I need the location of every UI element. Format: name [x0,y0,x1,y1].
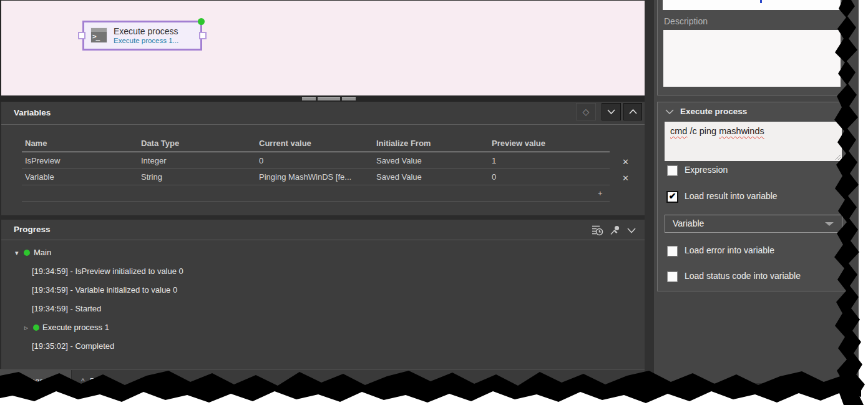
progress-log-tree: ▾ Main [19:34:59] - IsPreview initialize… [1,243,645,356]
name-input[interactable] [663,0,841,10]
description-label: Description [664,16,708,26]
command-textarea[interactable]: cmd /c ping mashwinds [665,122,842,161]
tree-group-main[interactable]: ▾ Main [1,243,645,262]
cell-initialize-from: Saved Value [376,168,422,185]
variables-panel: Variables ◇ Name Data Type Current value… [0,102,645,215]
progress-panel-title: Progress [14,225,51,234]
cell-preview-value: 1 [492,152,496,169]
collapse-panel-button[interactable] [602,103,621,120]
cell-data-type: Integer [141,152,166,169]
node-title: Execute process [114,26,178,36]
diamond-icon: ◇ [583,107,590,117]
column-header: Data Type [141,134,179,152]
load-error-label: Load error into variable [685,245,774,255]
load-status-label: Load status code into variable [685,271,801,281]
progress-log-entry: [19:35:02] - Completed [1,337,645,356]
execute-process-node[interactable]: >_ Execute process Execute process 1... [82,21,202,51]
dropdown-arrow-icon [825,222,834,226]
check-icon: ✔ [668,192,677,201]
column-header: Current value [259,134,311,152]
status-dot [24,250,30,256]
caret-up-icon: ^ [81,377,85,386]
collapse-toggle-icon[interactable]: ▾ [15,243,19,262]
command-word: cmd [670,126,687,136]
resize-grip-icon[interactable] [834,154,841,160]
table-row[interactable]: IsPreview Integer 0 Saved Value 1 ✕ [22,152,610,169]
cell-preview-value: 0 [492,168,496,185]
main-column: >_ Execute process Execute process 1... … [0,0,645,401]
progress-panel-header: Progress [1,220,645,240]
properties-sidebar: Description Execute process cmd /c ping … [654,0,859,383]
chevron-up-icon [628,108,638,115]
status-dot [198,18,205,25]
variables-panel-header: Variables ◇ [1,102,645,125]
progress-log-entry: [19:34:59] - Started [1,300,645,318]
general-section: Description [657,0,847,95]
designer-canvas[interactable]: >_ Execute process Execute process 1... [0,0,645,95]
variable-dropdown[interactable]: Variable [665,215,842,233]
cell-current-value: Pinging MashWinDS [fe... [259,168,351,185]
command-word: mashwinds [719,126,764,136]
expression-checkbox[interactable] [667,165,678,176]
progress-panel: Progress ▾ [0,220,645,369]
execute-process-section: Execute process cmd /c ping mashwinds Ex… [657,102,847,291]
command-text: /c ping [687,126,719,136]
diamond-icon-button[interactable]: ◇ [576,103,596,120]
status-dot [33,324,39,331]
column-header: Initialize From [376,134,431,152]
variables-table-header: Name Data Type Current value Initialize … [22,134,610,152]
delete-row-icon[interactable]: ✕ [622,170,629,187]
expand-panel-button[interactable] [623,103,642,120]
cell-current-value: 0 [259,152,263,169]
dropdown-value: Variable [673,215,704,232]
expand-toggle-icon[interactable]: ▹ [24,318,28,337]
horizontal-splitter[interactable] [0,95,645,102]
text-cursor [760,0,762,3]
add-variable-row: + [22,185,610,202]
delete-row-icon[interactable]: ✕ [622,154,629,170]
bottom-tab-bar: Progress ^Errors [0,369,645,401]
description-textarea[interactable] [663,30,841,87]
log-history-icon[interactable] [591,224,603,237]
chevron-down-icon [607,108,616,115]
cell-name: IsPreview [25,152,60,169]
input-port[interactable] [78,32,85,39]
column-header: Name [25,134,47,152]
terminal-icon: >_ [90,27,107,43]
chevron-down-icon[interactable] [625,224,638,237]
tree-group-execute-process[interactable]: ▹ Execute process 1 [1,318,645,337]
column-header: Preview value [492,134,545,152]
progress-log-entry: [19:34:59] - IsPreview initialized to va… [1,262,645,281]
load-result-checkbox[interactable]: ✔ [666,191,678,203]
cell-name: Variable [25,168,54,185]
progress-log-entry: [19:34:59] - Variable initialized to val… [1,281,645,300]
pin-icon[interactable] [609,224,622,237]
tab-progress[interactable]: Progress [0,370,72,401]
splitter-handle[interactable] [302,97,356,100]
load-error-checkbox[interactable] [667,246,678,256]
table-row[interactable]: Variable String Pinging MashWinDS [fe...… [22,168,610,185]
app-window: >_ Execute process Execute process 1... … [0,0,868,405]
load-result-label: Load result into variable [685,191,778,201]
cell-initialize-from: Saved Value [376,152,422,169]
node-subtitle: Execute process 1... [114,37,178,44]
chevron-down-icon[interactable] [665,109,674,115]
section-title[interactable]: Execute process [680,107,747,116]
tab-errors[interactable]: ^Errors [81,376,112,386]
expression-label: Expression [685,165,728,175]
output-port[interactable] [199,32,207,39]
add-variable-icon[interactable]: + [598,185,603,202]
load-status-checkbox[interactable] [667,271,678,282]
variables-panel-title: Variables [14,108,51,117]
cell-data-type: String [141,168,162,185]
